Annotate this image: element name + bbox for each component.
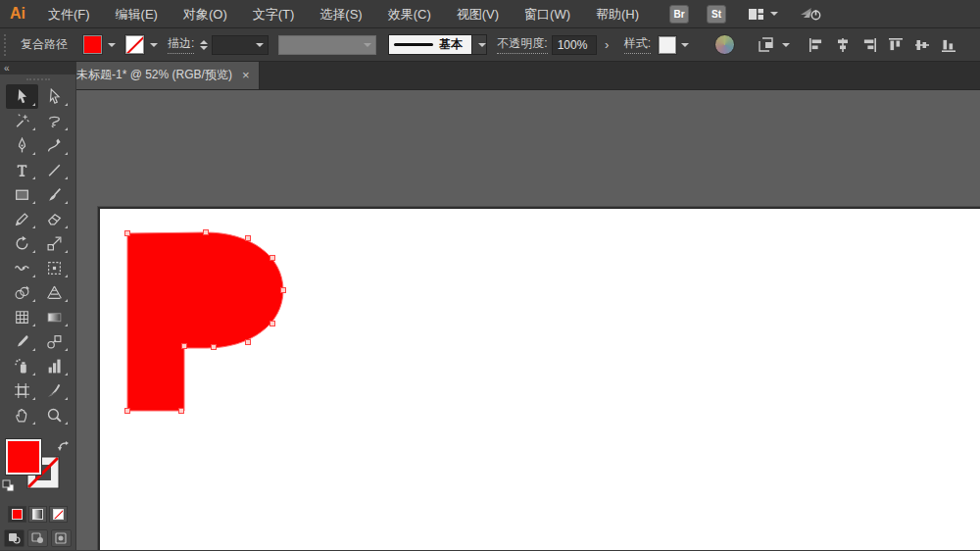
curvature-tool[interactable] (38, 133, 71, 158)
fill-color-dropdown[interactable] (83, 35, 116, 54)
variable-width-dropdown (278, 35, 376, 55)
collapse-panel-button[interactable]: « (4, 64, 10, 74)
close-tab-icon[interactable]: × (242, 69, 250, 81)
draw-behind-button[interactable] (27, 529, 48, 547)
anchor-point[interactable] (182, 344, 187, 349)
direct-selection-tool[interactable] (38, 84, 71, 109)
eraser-icon (46, 211, 63, 227)
style-panel-link[interactable]: 样式: (624, 35, 651, 54)
anchor-point[interactable] (179, 409, 184, 414)
stroke-width-dropdown[interactable] (212, 35, 269, 55)
slice-tool[interactable] (38, 378, 71, 403)
menu-help[interactable]: 帮助(H) (583, 0, 652, 28)
recolor-artwork-icon[interactable] (714, 34, 735, 55)
menu-effect[interactable]: 效果(C) (375, 0, 444, 28)
bridge-button[interactable]: Br (669, 5, 689, 24)
menu-view[interactable]: 视图(V) (444, 0, 512, 28)
anchor-point[interactable] (246, 340, 251, 345)
column-graph-tool[interactable] (38, 354, 71, 378)
stroke-panel-link[interactable]: 描边: (168, 35, 194, 54)
gradient-tool[interactable] (38, 305, 71, 329)
zoom-tool[interactable] (38, 403, 71, 427)
eyedropper-tool[interactable] (6, 329, 38, 354)
anchor-point[interactable] (125, 231, 130, 236)
cs-live-icon (800, 6, 823, 23)
gradient-button[interactable] (28, 506, 47, 523)
fill-color-swatch[interactable] (83, 35, 102, 54)
pen-tool[interactable] (6, 133, 38, 158)
none-button[interactable] (49, 506, 68, 523)
align-to-selector[interactable] (757, 36, 790, 54)
scale-tool[interactable] (38, 231, 71, 256)
pencil-icon (14, 211, 30, 227)
magic-wand-tool[interactable] (6, 109, 38, 133)
perspective-grid-tool[interactable] (38, 280, 71, 305)
line-segment-tool[interactable] (38, 158, 71, 182)
paintbrush-tool[interactable] (38, 182, 71, 207)
draw-normal-button[interactable] (4, 529, 24, 547)
mesh-tool[interactable] (6, 305, 38, 329)
selection-type-label: 复合路径 (21, 36, 68, 53)
document-tab[interactable]: 未标题-1* @ 52% (RGB/预览) × (76, 62, 260, 89)
swap-fill-stroke-icon[interactable] (57, 439, 71, 457)
shape-builder-tool[interactable] (6, 280, 38, 305)
stroke-color-dropdown[interactable] (125, 35, 158, 54)
stock-button[interactable]: St (707, 5, 726, 24)
align-buttons (808, 37, 956, 53)
menu-file[interactable]: 文件(F) (35, 0, 103, 28)
graphic-style-swatch[interactable] (659, 36, 676, 54)
blend-tool[interactable] (38, 329, 71, 354)
fill-proxy-swatch[interactable] (6, 439, 41, 475)
type-tool[interactable] (6, 158, 38, 182)
pasteboard[interactable] (76, 90, 980, 550)
anchor-point[interactable] (270, 322, 275, 326)
anchor-point[interactable] (270, 256, 275, 261)
brush-definition-dropdown[interactable]: 基本 (388, 34, 487, 55)
workspace-switcher[interactable] (748, 7, 778, 22)
draw-inside-button[interactable] (51, 529, 72, 547)
opacity-input[interactable]: 100% (552, 35, 597, 55)
menu-window[interactable]: 窗口(W) (512, 0, 583, 28)
stroke-color-swatch[interactable] (125, 35, 144, 54)
rotate-tool[interactable] (6, 231, 38, 256)
anchor-point[interactable] (204, 230, 209, 235)
opacity-panel-link[interactable]: 不透明度: (497, 35, 547, 54)
width-tool[interactable] (6, 256, 38, 280)
lasso-tool[interactable] (38, 109, 71, 133)
anchor-point[interactable] (125, 409, 130, 414)
menu-edit[interactable]: 编辑(E) (103, 0, 171, 28)
artboard[interactable] (98, 207, 980, 550)
menu-object[interactable]: 对象(O) (171, 0, 240, 28)
opacity-options-button[interactable]: › (600, 35, 614, 55)
menu-select[interactable]: 选择(S) (307, 0, 374, 28)
align-v-bottom-button[interactable] (940, 37, 956, 53)
cs-live-button[interactable] (800, 6, 823, 23)
align-h-left-button[interactable] (808, 37, 824, 53)
letter-p-shape[interactable] (98, 207, 980, 550)
tools-panel-grip[interactable] (0, 75, 75, 84)
align-v-center-button[interactable] (913, 37, 930, 53)
symbol-sprayer-tool[interactable] (6, 354, 38, 378)
align-h-right-icon (861, 37, 877, 53)
anchor-point[interactable] (246, 236, 251, 241)
anchor-point[interactable] (281, 288, 286, 293)
panel-drag-handle[interactable] (4, 34, 9, 56)
color-button[interactable] (8, 506, 26, 523)
drawing-mode-buttons (0, 529, 75, 547)
default-fill-stroke-icon[interactable] (2, 478, 15, 496)
stroke-width-stepper[interactable] (200, 40, 208, 50)
free-transform-tool[interactable] (38, 256, 71, 280)
align-h-center-button[interactable] (834, 37, 851, 53)
artboard-tool[interactable] (6, 378, 38, 403)
fill-stroke-control (0, 439, 75, 498)
rectangle-tool[interactable] (6, 182, 38, 207)
mesh-icon (14, 309, 30, 326)
align-v-top-button[interactable] (887, 37, 904, 53)
hand-tool[interactable] (6, 403, 38, 427)
pencil-tool[interactable] (6, 207, 38, 231)
eraser-tool[interactable] (38, 207, 71, 231)
menu-type[interactable]: 文字(T) (240, 0, 308, 28)
align-h-right-button[interactable] (860, 37, 877, 53)
selection-tool[interactable] (6, 84, 38, 109)
anchor-point[interactable] (212, 345, 217, 350)
